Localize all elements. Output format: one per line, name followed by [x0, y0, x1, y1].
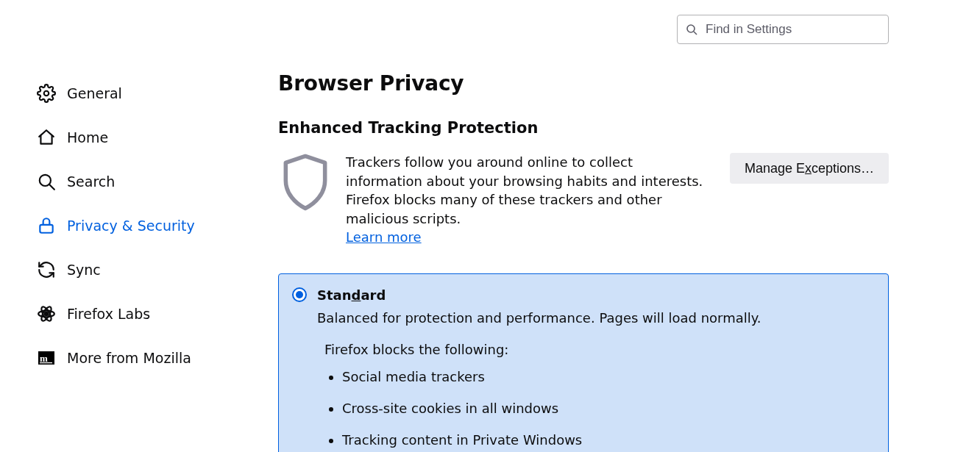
sidebar-item-label: General — [67, 85, 122, 101]
svg-text:m: m — [40, 353, 48, 364]
blocks-list: Social media trackers Cross-site cookies… — [342, 367, 869, 450]
svg-point-2 — [44, 91, 49, 96]
standard-label: Standard — [317, 287, 386, 303]
gear-icon — [37, 84, 56, 103]
lock-icon — [37, 216, 56, 235]
sidebar-item-general[interactable]: General — [37, 71, 243, 115]
svg-line-4 — [49, 184, 54, 190]
section-title-etp: Enhanced Tracking Protection — [278, 119, 889, 137]
manage-exceptions-button[interactable]: Manage Exceptions… — [730, 153, 889, 184]
mozilla-icon: m — [37, 348, 56, 367]
magnifier-icon — [37, 172, 56, 191]
home-icon — [37, 128, 56, 147]
svg-rect-12 — [40, 362, 52, 363]
list-item: Tracking content in Private Windows — [342, 431, 869, 449]
svg-rect-5 — [40, 225, 52, 233]
sync-icon — [37, 260, 56, 279]
sidebar-item-label: Home — [67, 129, 108, 146]
etp-intro-row: Trackers follow you around online to col… — [278, 153, 889, 247]
list-item: Social media trackers — [342, 367, 869, 386]
etp-standard-card[interactable]: Standard Balanced for protection and per… — [278, 273, 889, 452]
atom-icon — [37, 304, 56, 323]
list-item: Cross-site cookies in all windows — [342, 399, 869, 417]
sidebar: General Home Search Privacy & Security — [37, 71, 243, 380]
sidebar-item-home[interactable]: Home — [37, 115, 243, 159]
sidebar-item-label: Privacy & Security — [67, 218, 195, 234]
sidebar-item-privacy[interactable]: Privacy & Security — [37, 204, 243, 248]
search-container — [677, 15, 889, 44]
learn-more-link[interactable]: Learn more — [346, 228, 422, 247]
shield-icon — [278, 153, 333, 212]
main-content: Browser Privacy Enhanced Tracking Protec… — [278, 71, 889, 452]
sidebar-item-label: More from Mozilla — [67, 350, 191, 366]
etp-description-block: Trackers follow you around online to col… — [346, 153, 717, 247]
sidebar-item-sync[interactable]: Sync — [37, 248, 243, 292]
search-input[interactable] — [677, 15, 889, 44]
standard-description: Balanced for protection and performance.… — [317, 309, 869, 327]
sidebar-item-labs[interactable]: Firefox Labs — [37, 292, 243, 336]
sidebar-item-more-mozilla[interactable]: m More from Mozilla — [37, 336, 243, 380]
sidebar-item-label: Sync — [67, 262, 101, 278]
sidebar-item-label: Firefox Labs — [67, 306, 150, 322]
standard-radio-row[interactable]: Standard — [292, 287, 869, 303]
sidebar-item-search[interactable]: Search — [37, 159, 243, 204]
page-title: Browser Privacy — [278, 71, 889, 96]
etp-description: Trackers follow you around online to col… — [346, 154, 703, 226]
radio-selected-icon[interactable] — [292, 287, 307, 302]
sidebar-item-label: Search — [67, 173, 115, 190]
blocks-heading: Firefox blocks the following: — [324, 342, 869, 357]
svg-point-6 — [45, 312, 48, 315]
